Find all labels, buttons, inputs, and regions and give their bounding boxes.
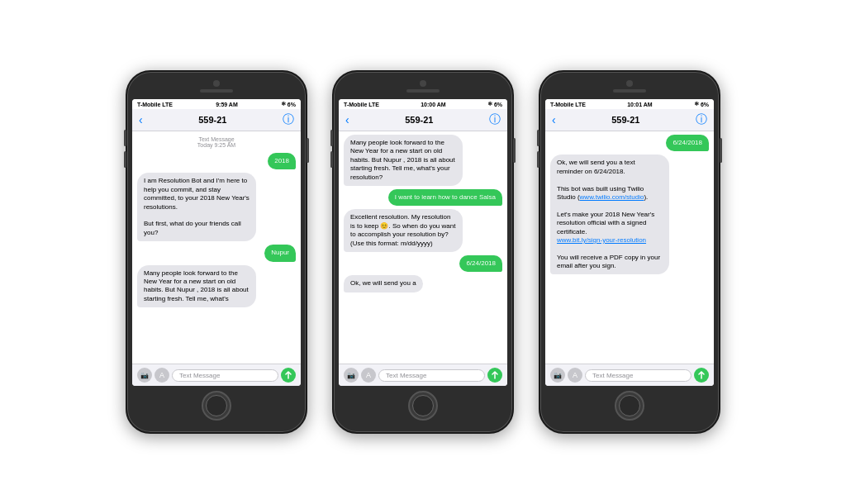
status-bar-1: T-Mobile LTE 9:59 AM ⚛ 6%: [132, 99, 301, 109]
resolution-link[interactable]: www.bit.ly/sign-your-resolution: [557, 236, 646, 244]
info-button-2[interactable]: ⓘ: [489, 112, 501, 127]
battery-3: 6%: [701, 102, 709, 107]
speaker-3: [613, 89, 646, 93]
time-1: 9:59 AM: [216, 102, 238, 107]
send-icon-3: [697, 371, 706, 379]
back-button-2[interactable]: ‹: [345, 113, 349, 126]
status-right-3: ⚛ 6%: [694, 101, 709, 107]
input-bar-1: 📷 A Text Message: [132, 364, 301, 386]
camera-1: [213, 80, 220, 87]
back-button-3[interactable]: ‹: [552, 113, 556, 126]
phone-top-2: [339, 80, 507, 99]
home-button-2[interactable]: [408, 391, 438, 421]
camera-icon-2[interactable]: 📷: [344, 368, 359, 383]
messages-area-1: Text MessageToday 9:25 AM 2018 I am Reso…: [132, 131, 301, 364]
bluetooth-icon-1: ⚛: [281, 101, 286, 107]
home-button-inner-1: [206, 395, 227, 416]
camera-3: [626, 80, 633, 87]
vol-up-3: [537, 130, 539, 146]
nav-title-2: 559-21: [405, 115, 433, 125]
phone-2: T-Mobile LTE 10:00 AM ⚛ 6% ‹ 559-21 ⓘ Ma…: [332, 70, 514, 434]
text-input-3[interactable]: Text Message: [585, 369, 692, 382]
bubble-2-4: 6/24/2018: [459, 255, 502, 272]
messages-area-2: Many people look forward to the New Year…: [339, 131, 507, 364]
battery-1: 6%: [288, 102, 296, 107]
app-icon-3[interactable]: A: [568, 368, 582, 383]
phone-top-3: [545, 80, 714, 99]
phone-top-1: [132, 80, 301, 99]
home-button-inner-2: [412, 395, 434, 416]
send-button-3[interactable]: [694, 368, 709, 383]
nav-bar-1: ‹ 559-21 ⓘ: [132, 109, 301, 131]
carrier-2: T-Mobile LTE: [344, 102, 379, 107]
input-bar-2: 📷 A Text Message: [339, 364, 507, 386]
status-left-3: T-Mobile LTE: [550, 102, 586, 107]
bluetooth-icon-2: ⚛: [487, 101, 492, 107]
side-button-3: [720, 138, 722, 163]
screen-1: T-Mobile LTE 9:59 AM ⚛ 6% ‹ 559-21 ⓘ Tex…: [132, 99, 301, 386]
send-button-1[interactable]: [281, 368, 296, 383]
send-icon-2: [491, 371, 499, 379]
nav-bar-3: ‹ 559-21 ⓘ: [545, 109, 714, 131]
home-button-1[interactable]: [202, 391, 231, 421]
camera-2: [420, 80, 426, 87]
chevron-left-icon-1: ‹: [139, 113, 143, 126]
input-bar-3: 📷 A Text Message: [545, 364, 714, 386]
time-3: 10:01 AM: [627, 102, 652, 107]
side-button-1: [307, 138, 309, 163]
text-input-2[interactable]: Text Message: [378, 369, 485, 382]
speaker-2: [406, 89, 440, 93]
vol-up-2: [330, 130, 333, 146]
send-button-2[interactable]: [487, 368, 502, 383]
home-button-inner-3: [619, 395, 640, 416]
status-bar-3: T-Mobile LTE 10:01 AM ⚛ 6%: [545, 99, 714, 109]
bubble-3-1: 6/24/2018: [666, 135, 709, 151]
camera-icon-3[interactable]: 📷: [550, 368, 565, 383]
back-button-1[interactable]: ‹: [139, 113, 143, 126]
info-button-3[interactable]: ⓘ: [696, 112, 707, 127]
app-icon-1[interactable]: A: [154, 368, 169, 383]
text-input-1[interactable]: Text Message: [172, 369, 278, 382]
send-icon-1: [284, 371, 292, 379]
bubble-1-1: 2018: [268, 153, 296, 169]
screen-2: T-Mobile LTE 10:00 AM ⚛ 6% ‹ 559-21 ⓘ Ma…: [339, 99, 507, 386]
status-left-1: T-Mobile LTE: [137, 102, 173, 107]
bubble-3-2: Ok, we will send you a text reminder on …: [550, 155, 669, 274]
vol-down-1: [124, 151, 126, 168]
info-button-1[interactable]: ⓘ: [283, 112, 294, 127]
messages-area-3: 6/24/2018 Ok, we will send you a text re…: [545, 131, 714, 364]
bluetooth-icon-3: ⚛: [694, 101, 699, 107]
bubble-2-1: Many people look forward to the New Year…: [344, 135, 463, 186]
status-right-2: ⚛ 6%: [487, 101, 502, 107]
nav-bar-2: ‹ 559-21 ⓘ: [339, 109, 507, 131]
camera-icon-1[interactable]: 📷: [137, 368, 152, 383]
status-right-1: ⚛ 6%: [281, 101, 296, 107]
bubble-1-2: I am Resolution Bot and I'm here to help…: [137, 173, 256, 241]
nav-title-1: 559-21: [198, 115, 226, 125]
carrier-1: T-Mobile LTE: [137, 102, 173, 107]
screen-3: T-Mobile LTE 10:01 AM ⚛ 6% ‹ 559-21 ⓘ 6/…: [545, 99, 714, 386]
speaker-1: [200, 89, 233, 93]
carrier-3: T-Mobile LTE: [550, 102, 586, 107]
bubble-2-5: Ok, we will send you a: [344, 275, 423, 292]
status-bar-2: T-Mobile LTE 10:00 AM ⚛ 6%: [339, 99, 507, 109]
vol-up-1: [124, 130, 126, 146]
bubble-2-2: I want to learn how to dance Salsa: [388, 189, 502, 206]
vol-down-2: [330, 151, 333, 168]
side-button-2: [513, 138, 516, 163]
nav-title-3: 559-21: [611, 115, 639, 125]
bubble-1-4: Many people look forward to the New Year…: [137, 265, 256, 308]
bubble-2-3: Excellent resolution. My resolution is t…: [344, 209, 463, 252]
home-button-3[interactable]: [615, 391, 644, 421]
timestamp-1: Text MessageToday 9:25 AM: [137, 136, 296, 148]
status-left-2: T-Mobile LTE: [344, 102, 379, 107]
phone-1: T-Mobile LTE 9:59 AM ⚛ 6% ‹ 559-21 ⓘ Tex…: [126, 70, 307, 434]
time-2: 10:00 AM: [421, 102, 445, 107]
app-icon-2[interactable]: A: [361, 368, 376, 383]
phone-3: T-Mobile LTE 10:01 AM ⚛ 6% ‹ 559-21 ⓘ 6/…: [539, 70, 720, 434]
phones-container: T-Mobile LTE 9:59 AM ⚛ 6% ‹ 559-21 ⓘ Tex…: [109, 54, 737, 450]
vol-down-3: [537, 151, 539, 168]
battery-2: 6%: [494, 102, 502, 107]
bubble-1-3: Nupur: [264, 245, 296, 261]
twilio-link[interactable]: www.twilio.com/studio: [580, 193, 644, 201]
